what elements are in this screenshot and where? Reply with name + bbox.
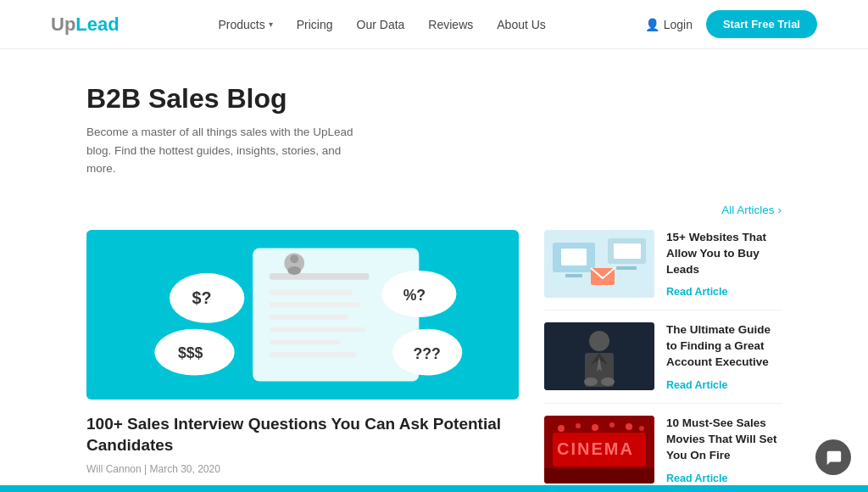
svg-point-11 bbox=[287, 266, 301, 275]
svg-text:$?: $? bbox=[192, 288, 212, 307]
logo-up: Up bbox=[51, 14, 75, 36]
svg-text:CINEMA: CINEMA bbox=[557, 439, 634, 458]
login-label: Login bbox=[664, 18, 693, 31]
svg-text:%?: %? bbox=[403, 287, 426, 304]
side-article-1-content: 15+ Websites That Allow You to Buy Leads… bbox=[666, 230, 782, 299]
svg-point-34 bbox=[584, 377, 598, 386]
featured-article-meta: Will Cannon | March 30, 2020 bbox=[86, 463, 519, 475]
all-articles-row: All Articles › bbox=[86, 204, 782, 216]
svg-text:???: ??? bbox=[413, 345, 440, 362]
side-article-1-title: 15+ Websites That Allow You to Buy Leads bbox=[666, 230, 782, 278]
svg-point-35 bbox=[601, 377, 615, 386]
page-title: B2B Sales Blog bbox=[86, 83, 782, 115]
svg-rect-3 bbox=[270, 289, 353, 294]
svg-rect-7 bbox=[270, 339, 340, 344]
svg-point-41 bbox=[592, 424, 598, 431]
user-icon: 👤 bbox=[645, 18, 659, 31]
svg-rect-4 bbox=[270, 302, 361, 307]
side-article-2-thumbnail bbox=[544, 322, 654, 390]
page-subtitle: Become a master of all things sales with… bbox=[86, 123, 358, 178]
featured-article-image: $? $$$ %? ??? bbox=[86, 230, 519, 400]
svg-rect-2 bbox=[270, 273, 370, 280]
svg-rect-23 bbox=[565, 274, 582, 277]
all-articles-label: All Articles bbox=[721, 204, 774, 216]
svg-rect-25 bbox=[614, 243, 641, 259]
nav-about-us[interactable]: About Us bbox=[497, 18, 546, 31]
nav-reviews[interactable]: Reviews bbox=[428, 18, 473, 31]
nav-right: 👤 Login Start Free Trial bbox=[645, 10, 817, 38]
svg-text:$$$: $$$ bbox=[178, 344, 203, 361]
nav-links: Products ▾ Pricing Our Data Reviews Abou… bbox=[219, 18, 546, 31]
nav-products[interactable]: Products ▾ bbox=[219, 18, 273, 31]
svg-rect-45 bbox=[544, 468, 654, 484]
side-article-3-thumbnail: CINEMA bbox=[544, 416, 654, 484]
side-article-2-title: The Ultimate Guide to Finding a Great Ac… bbox=[666, 322, 782, 371]
side-articles: 15+ Websites That Allow You to Buy Leads… bbox=[544, 230, 782, 492]
svg-rect-26 bbox=[616, 266, 637, 270]
featured-article: $? $$$ %? ??? 100+ Sales Interview Quest… bbox=[86, 230, 519, 492]
arrow-right-icon: › bbox=[778, 204, 782, 216]
svg-point-42 bbox=[609, 422, 615, 428]
svg-point-40 bbox=[576, 423, 581, 428]
featured-article-title: 100+ Sales Interview Questions You Can A… bbox=[86, 413, 519, 456]
side-article-1-read-link[interactable]: Read Article bbox=[666, 286, 727, 298]
svg-rect-5 bbox=[270, 315, 348, 320]
side-article-3: CINEMA 10 Must-See Sales Movies That Wil… bbox=[544, 404, 782, 492]
main-content: B2B Sales Blog Become a master of all th… bbox=[70, 49, 798, 492]
side-article-3-title: 10 Must-See Sales Movies That Will Set Y… bbox=[666, 416, 782, 464]
svg-point-39 bbox=[558, 425, 565, 432]
nav-pricing[interactable]: Pricing bbox=[297, 18, 333, 31]
svg-rect-8 bbox=[270, 352, 357, 357]
side-article-1: 15+ Websites That Allow You to Buy Leads… bbox=[544, 230, 782, 311]
logo[interactable]: UpLead bbox=[51, 14, 120, 36]
logo-lead: Lead bbox=[75, 14, 119, 36]
svg-rect-6 bbox=[270, 327, 365, 332]
side-article-2-read-link[interactable]: Read Article bbox=[666, 379, 727, 391]
svg-point-43 bbox=[626, 423, 632, 430]
blog-grid: $? $$$ %? ??? 100+ Sales Interview Quest… bbox=[86, 230, 782, 492]
svg-point-29 bbox=[589, 331, 609, 351]
side-article-1-thumbnail bbox=[544, 230, 654, 298]
nav-our-data[interactable]: Our Data bbox=[357, 18, 405, 31]
svg-point-10 bbox=[290, 254, 298, 263]
footer-bar bbox=[0, 485, 868, 492]
all-articles-link[interactable]: All Articles › bbox=[721, 204, 782, 216]
chevron-down-icon: ▾ bbox=[269, 20, 273, 29]
side-article-2-content: The Ultimate Guide to Finding a Great Ac… bbox=[666, 322, 782, 391]
svg-point-44 bbox=[639, 426, 644, 431]
side-article-3-read-link[interactable]: Read Article bbox=[666, 472, 727, 484]
login-link[interactable]: 👤 Login bbox=[645, 18, 693, 31]
chat-widget[interactable] bbox=[815, 439, 851, 475]
side-article-2: The Ultimate Guide to Finding a Great Ac… bbox=[544, 310, 782, 404]
start-trial-button[interactable]: Start Free Trial bbox=[706, 10, 817, 38]
navbar: UpLead Products ▾ Pricing Our Data Revie… bbox=[0, 0, 868, 49]
side-article-3-content: 10 Must-See Sales Movies That Will Set Y… bbox=[666, 416, 782, 484]
page-header: B2B Sales Blog Become a master of all th… bbox=[86, 83, 782, 178]
svg-rect-22 bbox=[561, 249, 587, 266]
